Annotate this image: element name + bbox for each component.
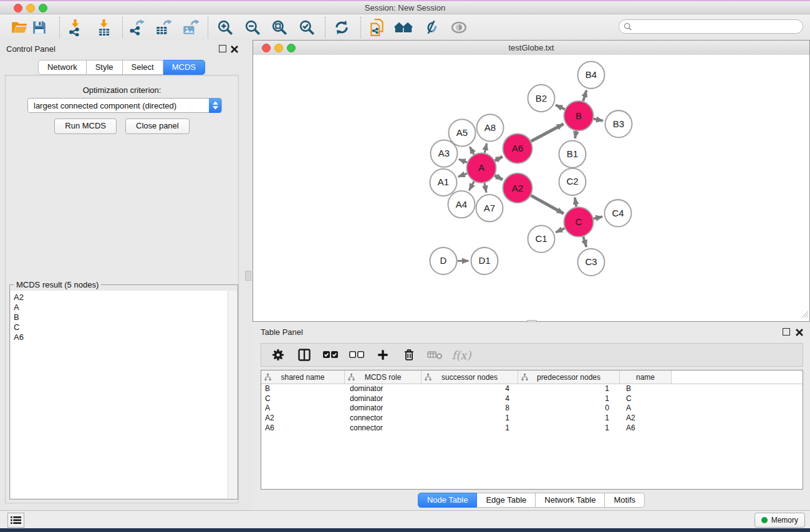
add-column-icon[interactable] — [372, 346, 393, 364]
refresh-icon[interactable] — [330, 17, 353, 38]
graph-node-label-A6: A6 — [512, 143, 523, 153]
memory-button[interactable]: Memory — [755, 513, 805, 528]
graph-edge-A6-B[interactable] — [531, 124, 564, 142]
zoom-in-icon[interactable] — [214, 17, 236, 38]
graph-edge-A-A1[interactable] — [458, 173, 467, 177]
table-cell: 1 — [518, 384, 620, 394]
table-cell: connector — [345, 423, 422, 433]
graph-edge-C-C1[interactable] — [556, 228, 564, 233]
column-header-name[interactable]: name — [620, 370, 672, 384]
resize-grip-icon[interactable] — [801, 309, 809, 321]
tab-edge-table[interactable]: Edge Table — [477, 493, 536, 508]
column-header-mcds-role[interactable]: MCDS role — [345, 370, 422, 384]
vertical-splitter[interactable] — [243, 40, 253, 510]
select-all-icon[interactable] — [320, 346, 341, 364]
table-cell: connector — [345, 414, 422, 423]
tab-select[interactable]: Select — [123, 60, 163, 75]
float-panel-icon[interactable] — [219, 45, 226, 52]
delete-column-trash-icon[interactable] — [398, 346, 420, 364]
zoom-fit-icon[interactable] — [268, 17, 291, 38]
export-table-icon[interactable] — [152, 17, 175, 38]
graph-edge-B-B1[interactable] — [575, 131, 576, 138]
mcds-list-scrollbar[interactable] — [228, 291, 237, 498]
mcds-result-item[interactable]: C — [14, 322, 228, 332]
graph-edge-C-C3[interactable] — [583, 236, 586, 246]
search-input[interactable] — [632, 21, 803, 32]
search-box[interactable] — [619, 19, 803, 34]
tab-mcds[interactable]: MCDS — [163, 60, 205, 75]
graph-edge-C-C2[interactable] — [575, 198, 576, 207]
graph-edge-A-A7[interactable] — [485, 183, 486, 192]
desktop-edge — [0, 528, 810, 532]
mcds-result-item[interactable]: B — [14, 312, 228, 322]
graph-node-label-A1: A1 — [438, 177, 449, 187]
table-row-B[interactable]: Bdominator41B — [261, 384, 803, 394]
mcds-result-list[interactable]: A2ABCA6 — [11, 291, 228, 498]
criterion-dropdown[interactable]: largest connected component (directed) — [27, 98, 222, 113]
tab-node-table[interactable]: Node Table — [418, 493, 478, 508]
graph-edge-B-B3[interactable] — [594, 119, 603, 121]
graph-node-label-C1: C1 — [535, 233, 547, 244]
export-image-icon[interactable] — [179, 17, 201, 38]
tab-network-table[interactable]: Network Table — [536, 493, 605, 508]
graph-edge-A-A3[interactable] — [459, 159, 467, 162]
tab-network[interactable]: Network — [38, 60, 87, 75]
table-cell: 0 — [518, 404, 620, 414]
copy-network-icon[interactable] — [366, 17, 388, 38]
column-header-predecessor-nodes[interactable]: predecessor nodes — [518, 370, 620, 384]
splitter-handle[interactable] — [245, 271, 251, 281]
graph-edge-A-A6[interactable] — [495, 157, 503, 161]
network-canvas[interactable]: B4B2BB3A5A8A6B1A3AC2A1A2A4A7C4CC1DD1C3 — [253, 55, 809, 321]
mcds-result-item[interactable]: A6 — [14, 332, 228, 342]
app-window: Session: New Session — [0, 0, 810, 532]
network-graph[interactable]: B4B2BB3A5A8A6B1A3AC2A1A2A4A7C4CC1DD1C3 — [253, 55, 809, 321]
table-row-A2[interactable]: A2connector11A2 — [261, 414, 803, 423]
graph-node-label-C: C — [576, 216, 582, 227]
task-history-button[interactable] — [7, 513, 24, 528]
tab-motifs[interactable]: Motifs — [605, 493, 645, 508]
table-cell: 1 — [518, 414, 620, 423]
graph-edge-B-B2[interactable] — [556, 105, 565, 109]
graph-node-label-C3: C3 — [585, 256, 597, 267]
tab-style[interactable]: Style — [87, 60, 123, 75]
run-mcds-button[interactable]: Run MCDS — [54, 118, 117, 134]
show-columns-icon[interactable] — [294, 346, 315, 364]
graph-edge-C-C4[interactable] — [594, 216, 602, 218]
titlebar: Session: New Session — [0, 1, 810, 14]
table-float-panel-icon[interactable] — [783, 328, 790, 336]
import-network-icon[interactable] — [64, 17, 86, 38]
table-cell: 1 — [518, 394, 620, 404]
home-layout-icon[interactable] — [392, 17, 415, 38]
graph-node-label-A4: A4 — [456, 199, 467, 210]
open-file-icon[interactable] — [8, 17, 31, 38]
deselect-all-icon[interactable] — [346, 346, 367, 364]
table-settings-gear-icon[interactable] — [268, 346, 289, 364]
mcds-result-item[interactable]: A2 — [14, 293, 228, 302]
save-session-icon[interactable] — [28, 17, 51, 38]
table-cell: 1 — [518, 423, 620, 433]
zoom-out-icon[interactable] — [241, 17, 264, 38]
column-header-successor-nodes[interactable]: successor nodes — [422, 370, 518, 384]
table-row-A[interactable]: Adominator80A — [261, 404, 803, 414]
close-panel-button[interactable]: Close panel — [125, 118, 190, 134]
table-row-C[interactable]: Cdominator41C — [261, 394, 803, 404]
export-network-icon[interactable] — [125, 17, 148, 38]
graph-edge-B-B4[interactable] — [583, 90, 586, 101]
graph-node-label-C2: C2 — [566, 176, 578, 186]
show-graphics-details-icon[interactable] — [448, 17, 470, 38]
graph-edge-A-A4[interactable] — [469, 181, 474, 190]
import-table-icon[interactable] — [92, 17, 115, 38]
graph-edge-A-A8[interactable] — [485, 143, 486, 153]
table-row-A6[interactable]: A6connector11A6 — [261, 423, 803, 433]
table-cell: A — [261, 404, 345, 414]
graph-edge-A2-C[interactable] — [531, 195, 563, 213]
close-panel-icon[interactable] — [231, 44, 238, 52]
graph-edge-A-A2[interactable] — [494, 175, 502, 180]
table-cell: C — [620, 394, 672, 404]
graph-edge-A-A5[interactable] — [470, 147, 474, 154]
hide-labels-icon[interactable] — [420, 17, 442, 38]
column-header-shared-name[interactable]: shared name — [261, 370, 345, 384]
table-close-panel-icon[interactable] — [796, 327, 803, 335]
zoom-selected-icon[interactable] — [296, 17, 318, 38]
mcds-result-item[interactable]: A — [14, 302, 228, 312]
